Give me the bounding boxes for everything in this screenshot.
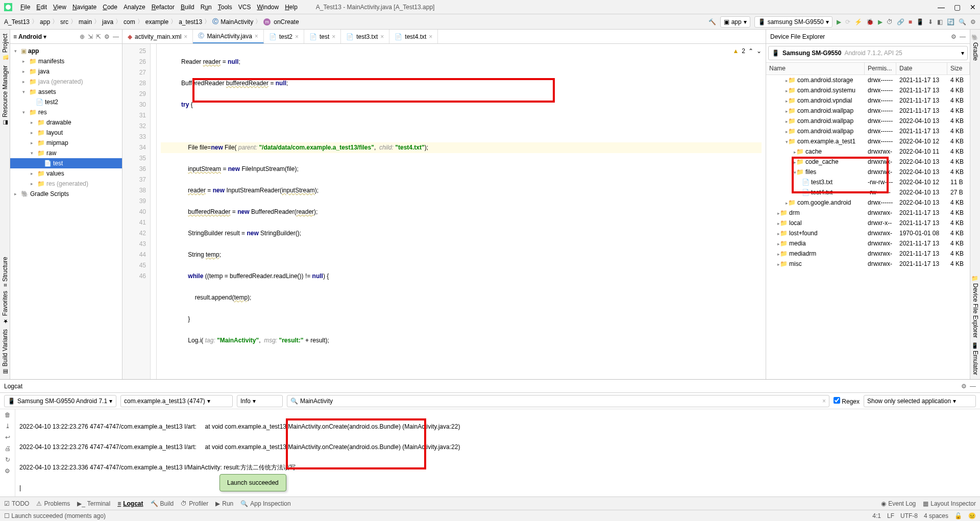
col-permissions[interactable]: Permis...: [865, 63, 896, 75]
col-name[interactable]: Name: [766, 63, 865, 75]
crumb-5[interactable]: com: [124, 18, 135, 26]
device-file-selector[interactable]: 📱 Samsung SM-G9550 Android 7.1.2, API 25…: [768, 46, 968, 60]
device-row[interactable]: ▸📁code_cachedrwxrwx-2022-04-10 134 KB: [766, 157, 970, 167]
scroll-to-end-icon[interactable]: ⤓: [5, 423, 10, 430]
menu-vcs[interactable]: VCS: [235, 4, 254, 11]
tab-build[interactable]: 🔨 Build: [151, 500, 174, 507]
fold-gutter[interactable]: [151, 44, 157, 379]
clear-logcat-icon[interactable]: 🗑: [5, 411, 11, 418]
line-separator[interactable]: LF: [887, 512, 894, 519]
encoding[interactable]: UTF-8: [900, 512, 918, 519]
device-row[interactable]: ▾📁filesdrwxrwx-2022-04-10 134 KB: [766, 167, 970, 177]
tab-activity-main[interactable]: ◆activity_main.xml×: [122, 30, 193, 43]
crumb-8[interactable]: MainActivity: [220, 18, 253, 26]
tab-run[interactable]: ▶ Run: [215, 500, 233, 507]
menu-view[interactable]: View: [50, 4, 69, 11]
sync-icon[interactable]: 🔄: [947, 18, 954, 26]
device-row[interactable]: ▸📁lost+founddrwxrwx-1970-01-01 084 KB: [766, 228, 970, 238]
device-row[interactable]: 📄test3.txt-rw-rw----2022-04-10 1211 B: [766, 177, 970, 187]
lock-icon[interactable]: 🔓: [954, 512, 962, 519]
stop-icon[interactable]: ■: [909, 18, 912, 26]
settings-icon[interactable]: ⚙: [5, 467, 10, 475]
close-icon[interactable]: ×: [184, 33, 187, 40]
crumb-2[interactable]: src: [60, 18, 68, 26]
tree-test[interactable]: 📄 test: [10, 158, 122, 168]
col-date[interactable]: Date: [896, 63, 947, 75]
menu-build[interactable]: Build: [178, 4, 198, 11]
crumb-9[interactable]: onCreate: [274, 18, 299, 26]
side-tab-gradle[interactable]: 🐘 Gradle: [971, 34, 979, 61]
tree-manifests[interactable]: ▸📁 manifests: [10, 56, 122, 66]
tab-test4[interactable]: 📄test4.txt×: [389, 30, 438, 43]
tab-event-log[interactable]: ◉ Event Log: [881, 500, 916, 507]
device-row[interactable]: ▸📁mediadrmdrwxrwx-2021-11-17 134 KB: [766, 249, 970, 259]
tab-mainactivity[interactable]: ⒸMainActivity.java×: [193, 30, 264, 43]
code-editor[interactable]: 2526272829303132333435363738394041424344…: [122, 44, 766, 379]
attach-debugger-icon[interactable]: 🔗: [897, 18, 904, 26]
device-selector[interactable]: 📱 samsung SM-G9550 ▾: [754, 16, 832, 28]
side-tab-favorites[interactable]: ★ Favorites: [1, 291, 9, 325]
soft-wrap-icon[interactable]: ↩: [5, 434, 10, 441]
logcat-device-combo[interactable]: 📱 Samsung SM-G9550 Android 7.1 ▾: [4, 395, 116, 407]
menu-analyze[interactable]: Analyze: [120, 4, 149, 11]
menu-code[interactable]: Code: [100, 4, 120, 11]
device-row[interactable]: ▸📁localdrwxr-x--2021-11-17 134 KB: [766, 218, 970, 228]
crumb-1[interactable]: app: [40, 18, 50, 26]
expand-all-icon[interactable]: ⇲: [88, 33, 93, 40]
col-size[interactable]: Size: [947, 63, 970, 75]
tree-res[interactable]: ▾📁 res: [10, 107, 122, 117]
close-icon[interactable]: ×: [332, 33, 335, 40]
logcat-level-combo[interactable]: Info ▾: [237, 395, 283, 407]
menu-run[interactable]: Run: [198, 4, 215, 11]
device-row[interactable]: ▸📁mediadrwxrwx-2021-11-17 134 KB: [766, 238, 970, 249]
run-button-icon[interactable]: ▶: [837, 18, 841, 26]
tab-terminal[interactable]: ▶_ Terminal: [77, 500, 110, 507]
close-icon[interactable]: ×: [255, 33, 258, 40]
project-view-selector[interactable]: ≡ Android▾: [13, 33, 46, 40]
profile-icon[interactable]: ⏱: [887, 18, 893, 26]
emoji-icon[interactable]: 😐: [968, 512, 976, 519]
menu-navigate[interactable]: Navigate: [69, 4, 100, 11]
close-icon[interactable]: ×: [295, 33, 299, 40]
menu-window[interactable]: Window: [254, 4, 282, 11]
tree-app[interactable]: ▾▣ app: [10, 46, 122, 56]
side-tab-resource-manager[interactable]: ◧ Resource Manager: [1, 65, 9, 126]
coverage-icon[interactable]: ▶: [878, 18, 883, 26]
tree-res-gen[interactable]: ▸📁 res (generated): [10, 179, 122, 189]
device-row[interactable]: 📄test4.txt-rw-------2022-04-10 1327 B: [766, 187, 970, 197]
tree-test2[interactable]: 📄 test2: [10, 97, 122, 107]
tab-layout-inspector[interactable]: ▦ Layout Inspector: [923, 500, 976, 507]
logcat-process-combo[interactable]: com.example.a_test13 (4747) ▾: [120, 395, 233, 407]
tree-assets[interactable]: ▾📁 assets: [10, 87, 122, 97]
apply-code-icon[interactable]: ⚡: [854, 18, 862, 26]
tab-app-inspection[interactable]: 🔍 App Inspection: [240, 500, 290, 507]
logcat-output[interactable]: 2022-04-10 13:22:23.276 4747-4747/com.ex…: [15, 409, 980, 497]
device-row[interactable]: ▸📁com.android.storagedrwx------2021-11-1…: [766, 75, 970, 85]
minimize-icon[interactable]: —: [938, 3, 945, 11]
side-tab-build-variants[interactable]: ▤ Build Variants: [1, 329, 9, 375]
device-row[interactable]: ▸📁com.android.vpndialdrwx------2021-11-1…: [766, 95, 970, 106]
tab-todo[interactable]: ☑ TODO: [4, 500, 29, 507]
tree-gradle-scripts[interactable]: ▸🐘 Gradle Scripts: [10, 189, 122, 199]
tree-java-gen[interactable]: ▸📁 java (generated): [10, 77, 122, 87]
device-row[interactable]: ▸📁drmdrwxrwx-2021-11-17 134 KB: [766, 208, 970, 218]
hide-panel-icon[interactable]: —: [970, 383, 976, 390]
tree-layout[interactable]: ▸📁 layout: [10, 128, 122, 138]
caret-position[interactable]: 4:1: [872, 512, 881, 519]
close-icon[interactable]: ×: [380, 33, 384, 40]
sdk-manager-icon[interactable]: ⬇: [928, 18, 933, 26]
tree-mipmap[interactable]: ▸📁 mipmap: [10, 138, 122, 148]
crumb-7[interactable]: a_test13: [179, 18, 202, 26]
project-tree[interactable]: ▾▣ app ▸📁 manifests ▸📁 java ▸📁 java (gen…: [10, 44, 122, 379]
close-icon[interactable]: ✕: [970, 3, 976, 11]
tree-raw[interactable]: ▾📁 raw: [10, 148, 122, 158]
device-row[interactable]: ▸📁com.android.systemudrwx------2021-11-1…: [766, 85, 970, 95]
tree-values[interactable]: ▸📁 values: [10, 168, 122, 179]
device-row[interactable]: ▸📁com.android.wallpapdrwx------2022-04-1…: [766, 116, 970, 126]
tab-problems[interactable]: ⚠ Problems: [36, 500, 70, 507]
gear-icon[interactable]: ⚙: [961, 383, 967, 390]
tree-java[interactable]: ▸📁 java: [10, 66, 122, 77]
crumb-6[interactable]: example: [145, 18, 168, 26]
side-tab-project[interactable]: 📁 Project: [1, 34, 9, 61]
menu-help[interactable]: Help: [282, 4, 301, 11]
